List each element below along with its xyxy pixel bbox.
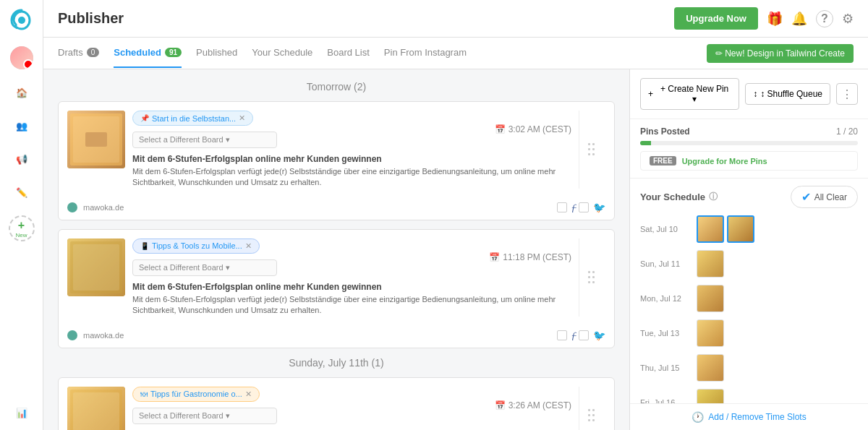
pin-drag-handle[interactable] [579,238,605,317]
schedule-day-sat: Sat, Jul 10 [640,215,858,243]
sidebar-new-button[interactable]: + New [9,215,35,241]
board-select[interactable]: Select a Different Board ▾ [132,132,277,148]
sidebar-item-create[interactable]: ✏️ [12,182,32,202]
app-header: Publisher Upgrade Now 🎁 🔔 ? ⚙ [43,0,868,38]
svg-rect-16 [592,414,595,416]
pin-time: 📅 11:18 PM (CEST) [489,252,571,262]
pin-thumbnail [67,111,125,168]
pin-drag-handle[interactable] [579,111,605,189]
progress-bar [640,141,858,145]
tab-published[interactable]: Published [196,38,237,68]
right-panel-header: + + Create New Pin ▾ ↕ ↕ Shuffle Queue ⋮ [630,69,868,119]
schedule-section: Your Schedule ⓘ ✔ All Clear Sat, Jul 10 [630,179,868,403]
schedule-day-sun: Sun, Jul 11 [640,250,858,278]
pin-tag-icon: 🍽 [140,390,148,398]
shuffle-icon: ↕ [753,89,757,99]
pin-desc: Mit dem 6-Stufen-Erfolgsplan verfügt jed… [132,166,571,189]
pin-time: 📅 3:26 AM (CEST) [495,400,571,410]
share-checkbox[interactable] [557,330,567,340]
day-header-tomorrow: Tomorrow (2) [58,81,615,93]
sidebar-logo [9,7,35,33]
svg-rect-13 [588,409,590,411]
gift-icon[interactable]: 🎁 [767,11,783,27]
board-select[interactable]: Select a Different Board ▾ [132,259,277,276]
tab-pin-from-instagram[interactable]: Pin From Instagram [384,38,467,68]
schedule-day-mon: Mon, Jul 12 [640,285,858,312]
pin-board-tag[interactable]: 📱 Tipps & Tools zu Mobile... ✕ [132,238,260,254]
svg-rect-6 [592,153,595,155]
sidebar-item-home[interactable]: 🏠 [12,82,32,103]
pins-posted-count: 1 / 20 [836,126,858,137]
more-icon: ⋮ [841,87,853,101]
create-pin-button[interactable]: + + Create New Pin ▾ [640,78,739,110]
pin-share-actions: 𝓯 🐦 [557,330,605,342]
svg-rect-14 [592,409,595,411]
sidebar-item-analytics[interactable]: 📊 [12,403,32,423]
share-checkbox[interactable] [557,202,567,212]
pin-tag-close[interactable]: ✕ [245,241,252,251]
content-area: Tomorrow (2) [43,69,868,430]
tab-board-list[interactable]: Board List [327,38,370,68]
schedule-thumb[interactable] [727,215,754,243]
user-avatar[interactable] [10,46,33,69]
settings-icon[interactable]: ⚙ [842,11,854,27]
schedule-thumb[interactable] [697,250,724,278]
twitter-share[interactable]: 🐦 [593,202,605,213]
pin-tag-icon: 📌 [140,114,149,122]
facebook-share[interactable]: 𝓯 [571,202,574,214]
pin-title: Mit dem 6-Stufen-Erfolgsplan online mehr… [132,154,571,164]
schedule-thumb[interactable] [697,354,724,382]
help-icon[interactable]: ? [816,10,833,27]
sidebar-item-people[interactable]: 👥 [12,116,32,136]
pin-feed: Tomorrow (2) [43,69,629,430]
right-panel: + + Create New Pin ▾ ↕ ↕ Shuffle Queue ⋮… [629,69,868,430]
tab-your-schedule[interactable]: Your Schedule [252,38,312,68]
schedule-thumb[interactable] [697,389,724,403]
schedule-day-fri: Fri, Jul 16 [640,389,858,403]
share-checkbox-2[interactable] [579,202,589,212]
upgrade-link[interactable]: Upgrade for More Pins [682,157,767,165]
share-checkbox-2[interactable] [579,330,589,340]
schedule-thumb[interactable] [697,319,724,347]
facebook-share[interactable]: 𝓯 [571,330,574,342]
pin-board-tag[interactable]: 🍽 Tipps für Gastronomie o... ✕ [132,387,260,402]
svg-rect-15 [588,414,590,416]
pin-tag-icon: 📱 [140,242,149,250]
clock-icon: 🕐 [692,411,704,423]
pin-drag-handle[interactable] [579,387,605,430]
info-icon[interactable]: ⓘ [709,191,718,203]
pin-card: 📌 Start in die Selbststan... ✕ Select a … [58,101,615,220]
add-time-slots[interactable]: 🕐 Add / Remove Time Slots [630,403,868,430]
board-select[interactable]: Select a Different Board ▾ [132,408,277,424]
schedule-day-tue: Tue, Jul 13 [640,319,858,347]
schedule-thumb[interactable] [697,215,724,243]
pin-share-actions: 𝓯 🐦 [557,202,605,214]
svg-rect-10 [592,276,595,278]
svg-point-0 [18,17,25,24]
pin-title: Mit dem 6-Stufen-Erfolgsplan online mehr… [132,282,571,292]
pin-time: 📅 3:02 AM (CEST) [495,124,571,134]
source-icon [67,202,77,212]
pin-tag-close[interactable]: ✕ [245,390,252,399]
shuffle-queue-button[interactable]: ↕ ↕ Shuffle Queue [745,83,830,105]
more-options-button[interactable]: ⋮ [836,83,858,105]
svg-rect-18 [592,419,595,421]
tailwind-create-button[interactable]: ✏ New! Design in Tailwind Create [707,44,854,63]
pin-board-tag[interactable]: 📌 Start in die Selbststan... ✕ [132,111,253,126]
twitter-share[interactable]: 🐦 [593,330,605,341]
schedule-day-thu: Thu, Jul 15 [640,354,858,382]
svg-rect-11 [588,281,590,283]
tab-drafts[interactable]: Drafts 0 [58,38,99,68]
pin-thumbnail [67,238,125,296]
schedule-thumb[interactable] [697,285,724,312]
bell-icon[interactable]: 🔔 [791,11,807,27]
all-clear-button[interactable]: ✔ All Clear [791,186,858,208]
pin-tag-close[interactable]: ✕ [239,113,245,123]
free-badge: FREE [650,156,676,165]
sidebar: 🏠 👥 📢 ✏️ + New 📊 [0,0,43,430]
tab-scheduled[interactable]: Scheduled 91 [114,38,182,68]
upgrade-banner: FREE Upgrade for More Pins [640,151,858,171]
upgrade-button[interactable]: Upgrade Now [674,7,758,30]
sidebar-item-marketing[interactable]: 📢 [12,149,32,169]
day-header-sunday: Sunday, July 11th (1) [58,357,615,369]
